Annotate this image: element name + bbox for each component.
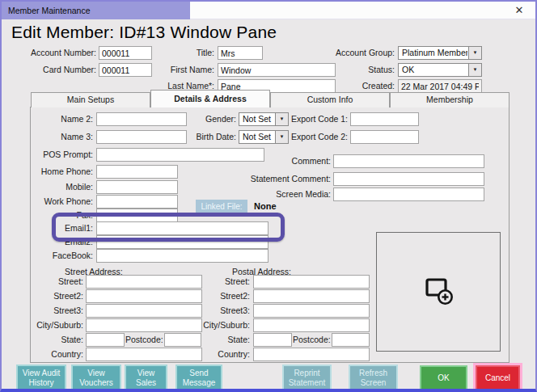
account-number-field[interactable] bbox=[99, 46, 152, 60]
tab-main-setups[interactable]: Main Setups bbox=[31, 92, 150, 107]
created-field bbox=[398, 79, 482, 93]
member-photo-box[interactable] bbox=[376, 232, 501, 352]
close-icon[interactable]: ✕ bbox=[513, 4, 526, 17]
account-group-value: Platinum Members bbox=[402, 47, 467, 59]
dropdown-arrow-icon[interactable]: ▼ bbox=[468, 64, 481, 76]
cancel-button[interactable]: Cancel bbox=[476, 365, 520, 390]
member-maintenance-window: Member Maintenance ✕ Edit Member: ID#13 … bbox=[0, 0, 537, 392]
status-value: OK bbox=[402, 64, 467, 76]
send-message-button[interactable]: Send Message bbox=[175, 365, 222, 391]
account-group-select[interactable]: Platinum Members ▼ bbox=[398, 46, 482, 60]
account-number-label: Account Number: bbox=[18, 46, 96, 60]
add-photo-icon bbox=[421, 273, 455, 310]
title-label: Title: bbox=[158, 46, 214, 60]
window-title: Member Maintenance bbox=[2, 2, 190, 19]
view-sales-button[interactable]: View Sales bbox=[125, 365, 167, 391]
dropdown-arrow-icon[interactable]: ▼ bbox=[468, 47, 481, 59]
status-label: Status: bbox=[307, 63, 395, 77]
refresh-screen-button[interactable]: Refresh Screen bbox=[349, 365, 398, 391]
card-number-label: Card Number: bbox=[18, 63, 96, 77]
status-select[interactable]: OK ▼ bbox=[398, 63, 482, 77]
account-group-label: Account Group: bbox=[307, 46, 395, 60]
tab-details-address[interactable]: Details & Address bbox=[150, 90, 270, 107]
tab-custom-info[interactable]: Custom Info bbox=[270, 92, 390, 107]
title-field[interactable] bbox=[218, 46, 263, 60]
page-title: Edit Member: ID#13 Window Pane bbox=[11, 23, 277, 42]
created-label: Created: bbox=[307, 79, 395, 93]
tab-membership[interactable]: Membership bbox=[390, 92, 510, 107]
view-audit-history-button[interactable]: View Audit History bbox=[16, 365, 66, 391]
card-number-field[interactable] bbox=[99, 63, 152, 77]
ok-button[interactable]: OK bbox=[420, 365, 467, 390]
first-name-label: First Name: bbox=[158, 63, 214, 77]
reprint-statement-button[interactable]: Reprint Statement bbox=[282, 365, 332, 391]
view-vouchers-button[interactable]: View Vouchers bbox=[71, 365, 121, 391]
title-bar: Member Maintenance ✕ bbox=[2, 2, 535, 19]
